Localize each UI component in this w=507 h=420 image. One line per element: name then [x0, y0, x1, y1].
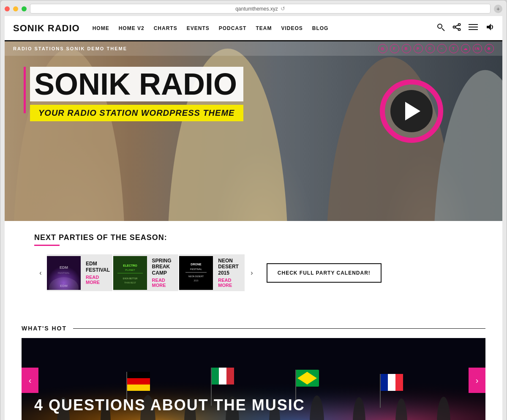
parties-prev-button[interactable]: ‹: [34, 267, 47, 279]
hot-banner-prev-button[interactable]: ‹: [22, 368, 38, 393]
svg-text:DRONE: DRONE: [191, 263, 202, 266]
svg-line-1: [442, 28, 444, 31]
parties-header: NEXT PARTIES OF THE SEASON:: [34, 233, 338, 246]
svg-rect-49: [127, 378, 150, 385]
social-icon-3[interactable]: b: [402, 44, 411, 53]
svg-text:PLANET: PLANET: [125, 269, 135, 271]
parties-title: NEXT PARTIES OF THE SEASON:: [34, 233, 338, 242]
svg-rect-24: [117, 273, 143, 273]
svg-rect-28: [179, 256, 213, 290]
social-icon-4[interactable]: P: [414, 44, 423, 53]
whats-hot-line: [73, 328, 485, 329]
svg-line-5: [455, 25, 458, 27]
reload-icon[interactable]: ↺: [281, 5, 285, 12]
social-icon-6[interactable]: ~: [437, 44, 447, 53]
svg-text:NEON DESERT: NEON DESERT: [188, 275, 204, 278]
sound-icon[interactable]: [485, 23, 494, 33]
svg-point-0: [438, 24, 442, 28]
whats-hot-title: WHAT'S HOT: [22, 325, 67, 332]
svg-rect-50: [127, 385, 150, 391]
social-icons-top: ◎ f b P © ~ t ☁ in ⊕: [378, 44, 494, 53]
svg-point-3: [458, 29, 461, 31]
social-icon-2[interactable]: f: [390, 44, 399, 53]
svg-rect-54: [226, 368, 234, 385]
new-tab-button[interactable]: +: [494, 5, 502, 13]
browser-controls: qantumthemes.xyz ↺ +: [5, 4, 502, 14]
hero-accent-bar: [24, 67, 26, 113]
address-bar[interactable]: qantumthemes.xyz ↺: [30, 4, 491, 14]
party-thumb-edm: EDM FESTIVAL: [47, 256, 81, 290]
nav-item-team[interactable]: TEAM: [256, 25, 272, 31]
svg-point-4: [453, 26, 455, 28]
social-icon-10[interactable]: ⊕: [485, 44, 494, 53]
hot-banner: ‹ 4 QUESTIONS ABOUT THE MUSIC ›: [22, 338, 485, 420]
parties-underline: [34, 245, 60, 246]
browser-window: qantumthemes.xyz ↺ + SONIK RADIO HOME HO…: [0, 0, 507, 420]
play-circle-inner: [390, 90, 433, 132]
svg-point-2: [458, 24, 461, 26]
svg-text:2015: 2015: [194, 279, 199, 282]
svg-text:EDM: EDM: [60, 265, 68, 270]
svg-rect-53: [219, 368, 226, 385]
party-info-spring: SPRING BREAK CAMP Read more: [147, 254, 179, 291]
svg-text:FESTIVAL: FESTIVAL: [58, 272, 70, 274]
party-info-neon: NEON DESERT 2015 Read more: [213, 254, 245, 291]
hot-banner-title: 4 QUESTIONS ABOUT THE MUSIC: [34, 396, 305, 414]
whats-hot-header: WHAT'S HOT: [22, 325, 485, 332]
nav-links: HOME HOME V2 CHARTS EVENTS PODCAST TEAM …: [93, 25, 436, 31]
url-text: qantumthemes.xyz: [235, 6, 278, 12]
social-icon-9[interactable]: in: [473, 44, 482, 53]
nav-item-charts[interactable]: CHARTS: [154, 25, 177, 31]
party-thumb-spring: ELECTRO PLANET EVEN BETTER THAN BEST: [113, 256, 147, 290]
nav-item-home[interactable]: HOME: [93, 25, 109, 31]
svg-rect-61: [395, 374, 403, 391]
svg-text:THAN BEST: THAN BEST: [124, 281, 136, 284]
svg-rect-31: [185, 272, 207, 273]
play-button[interactable]: [380, 79, 443, 143]
party-name-spring: SPRING BREAK CAMP: [152, 258, 174, 276]
party-readmore-edm[interactable]: Read more: [86, 275, 110, 285]
party-name-neon: NEON DESERT 2015: [218, 258, 240, 276]
party-readmore-neon[interactable]: Read more: [218, 278, 240, 288]
play-button-area: [380, 79, 443, 143]
station-bar: RADIO STATIONS SONIK DEMO THEME ◎ f b P …: [5, 41, 502, 56]
nav-item-podcast[interactable]: PODCAST: [219, 25, 247, 31]
site-logo[interactable]: SONIK RADIO: [13, 23, 80, 34]
svg-line-6: [455, 28, 458, 29]
svg-marker-10: [487, 24, 491, 30]
nav-item-events[interactable]: EVENTS: [187, 25, 210, 31]
play-triangle-icon: [405, 102, 420, 120]
svg-rect-59: [380, 374, 388, 391]
social-icon-8[interactable]: ☁: [461, 44, 470, 53]
parties-container: ‹: [34, 254, 338, 291]
social-icon-5[interactable]: ©: [425, 44, 435, 53]
svg-text:ELECTRO: ELECTRO: [123, 264, 137, 267]
party-card-neon: DRONE FESTIVAL NEON DESERT 2015 NEON: [179, 254, 245, 291]
hot-banner-next-button[interactable]: ›: [469, 368, 485, 393]
nav-item-blog[interactable]: BLOG: [312, 25, 329, 31]
top-navigation: SONIK RADIO HOME HOME V2 CHARTS EVENTS P…: [5, 16, 502, 41]
nav-item-videos[interactable]: VIDEOS: [281, 25, 303, 31]
social-icon-1[interactable]: ◎: [378, 44, 387, 53]
hero-section: RADIO STATIONS SONIK DEMO THEME ◎ f b P …: [5, 41, 502, 223]
menu-icon[interactable]: [469, 24, 478, 33]
hero-content: SONIK RADIO YOUR RADIO STATION WORDPRESS…: [30, 67, 243, 121]
nav-item-home-v2[interactable]: HOME V2: [119, 25, 144, 31]
station-bar-text: RADIO STATIONS SONIK DEMO THEME: [13, 46, 127, 51]
party-card-spring: ELECTRO PLANET EVEN BETTER THAN BEST: [113, 254, 179, 291]
social-icon-7[interactable]: t: [449, 44, 458, 53]
hero-subtitle: YOUR RADIO STATION WORDPRESS THEME: [30, 105, 243, 121]
close-button[interactable]: [5, 6, 10, 11]
share-icon[interactable]: [452, 23, 461, 33]
svg-text:EVEN BETTER: EVEN BETTER: [123, 277, 137, 280]
party-card-edm: EDM FESTIVAL EDM FESTIVAL Read more: [47, 254, 112, 291]
svg-text:FESTIVAL: FESTIVAL: [190, 268, 202, 270]
check-calendar-button[interactable]: CHECK FULL PARTY CALENDAR!: [267, 263, 382, 283]
search-icon[interactable]: [436, 23, 445, 33]
parties-next-button[interactable]: ›: [245, 267, 258, 279]
maximize-button[interactable]: [22, 6, 27, 11]
party-thumb-neon: DRONE FESTIVAL NEON DESERT 2015: [179, 256, 213, 290]
party-cards: EDM FESTIVAL EDM FESTIVAL Read more: [47, 254, 245, 291]
party-readmore-spring[interactable]: Read more: [152, 278, 174, 288]
minimize-button[interactable]: [13, 6, 18, 11]
